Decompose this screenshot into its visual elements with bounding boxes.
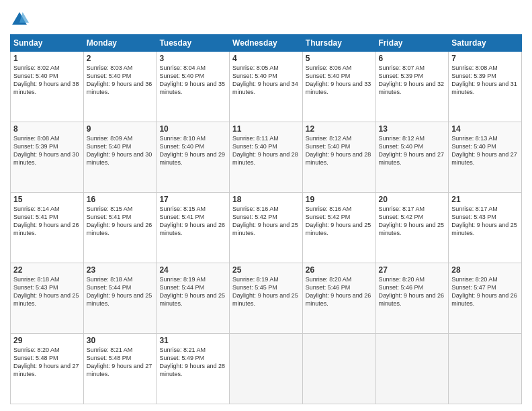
cell-details: Sunrise: 8:03 AMSunset: 5:40 PMDaylight:… — [87, 64, 154, 97]
calendar-cell: 14Sunrise: 8:13 AMSunset: 5:40 PMDayligh… — [449, 122, 522, 193]
calendar-cell: 2Sunrise: 8:03 AMSunset: 5:40 PMDaylight… — [83, 52, 157, 122]
day-number: 17 — [159, 195, 226, 204]
calendar-day-header: Tuesday — [157, 35, 230, 52]
day-number: 1 — [13, 54, 81, 63]
calendar-cell: 30Sunrise: 8:21 AMSunset: 5:48 PMDayligh… — [83, 334, 157, 404]
calendar-cell: 8Sunrise: 8:08 AMSunset: 5:39 PMDaylight… — [11, 122, 84, 193]
cell-details: Sunrise: 8:04 AMSunset: 5:40 PMDaylight:… — [159, 64, 226, 97]
calendar-table: SundayMondayTuesdayWednesdayThursdayFrid… — [10, 34, 522, 404]
calendar-day-header: Friday — [375, 35, 449, 52]
calendar-week-row: 8Sunrise: 8:08 AMSunset: 5:39 PMDaylight… — [11, 122, 522, 193]
day-number: 18 — [232, 195, 300, 204]
calendar-day-header: Wednesday — [230, 35, 303, 52]
day-number: 30 — [87, 336, 154, 345]
calendar-cell: 1Sunrise: 8:02 AMSunset: 5:40 PMDaylight… — [11, 52, 84, 122]
day-number: 11 — [232, 124, 300, 134]
day-number: 20 — [379, 195, 446, 204]
calendar-cell: 19Sunrise: 8:16 AMSunset: 5:42 PMDayligh… — [302, 193, 375, 263]
calendar-cell: 18Sunrise: 8:16 AMSunset: 5:42 PMDayligh… — [230, 193, 303, 263]
day-number: 25 — [232, 265, 300, 275]
day-number: 31 — [159, 336, 226, 345]
calendar-cell: 28Sunrise: 8:20 AMSunset: 5:47 PMDayligh… — [449, 263, 522, 334]
cell-details: Sunrise: 8:09 AMSunset: 5:40 PMDaylight:… — [87, 134, 154, 167]
calendar-week-row: 15Sunrise: 8:14 AMSunset: 5:41 PMDayligh… — [11, 193, 522, 263]
cell-details: Sunrise: 8:13 AMSunset: 5:40 PMDaylight:… — [451, 134, 519, 167]
calendar-cell: 12Sunrise: 8:12 AMSunset: 5:40 PMDayligh… — [302, 122, 375, 193]
cell-details: Sunrise: 8:17 AMSunset: 5:43 PMDaylight:… — [451, 205, 519, 238]
calendar-cell: 10Sunrise: 8:10 AMSunset: 5:40 PMDayligh… — [157, 122, 230, 193]
cell-details: Sunrise: 8:08 AMSunset: 5:39 PMDaylight:… — [451, 64, 519, 97]
calendar-cell: 13Sunrise: 8:12 AMSunset: 5:40 PMDayligh… — [375, 122, 449, 193]
cell-details: Sunrise: 8:21 AMSunset: 5:48 PMDaylight:… — [87, 346, 154, 379]
calendar-cell: 15Sunrise: 8:14 AMSunset: 5:41 PMDayligh… — [11, 193, 84, 263]
day-number: 2 — [87, 54, 154, 63]
cell-details: Sunrise: 8:17 AMSunset: 5:42 PMDaylight:… — [379, 205, 446, 238]
cell-details: Sunrise: 8:14 AMSunset: 5:41 PMDaylight:… — [13, 205, 81, 238]
page: SundayMondayTuesdayWednesdayThursdayFrid… — [0, 0, 532, 411]
day-number: 21 — [451, 195, 519, 204]
calendar-cell — [230, 334, 303, 404]
calendar-cell: 7Sunrise: 8:08 AMSunset: 5:39 PMDaylight… — [449, 52, 522, 122]
day-number: 5 — [306, 54, 373, 63]
day-number: 12 — [306, 124, 373, 134]
calendar-cell: 24Sunrise: 8:19 AMSunset: 5:44 PMDayligh… — [157, 263, 230, 334]
day-number: 19 — [306, 195, 373, 204]
cell-details: Sunrise: 8:21 AMSunset: 5:49 PMDaylight:… — [159, 346, 226, 379]
cell-details: Sunrise: 8:20 AMSunset: 5:46 PMDaylight:… — [379, 275, 446, 308]
day-number: 4 — [232, 54, 300, 63]
day-number: 29 — [13, 336, 81, 345]
cell-details: Sunrise: 8:15 AMSunset: 5:41 PMDaylight:… — [159, 205, 226, 238]
cell-details: Sunrise: 8:20 AMSunset: 5:47 PMDaylight:… — [451, 275, 519, 308]
cell-details: Sunrise: 8:07 AMSunset: 5:39 PMDaylight:… — [379, 64, 446, 97]
day-number: 7 — [451, 54, 519, 63]
cell-details: Sunrise: 8:11 AMSunset: 5:40 PMDaylight:… — [232, 134, 300, 167]
cell-details: Sunrise: 8:18 AMSunset: 5:44 PMDaylight:… — [87, 275, 154, 308]
calendar-cell: 22Sunrise: 8:18 AMSunset: 5:43 PMDayligh… — [11, 263, 84, 334]
calendar-cell: 6Sunrise: 8:07 AMSunset: 5:39 PMDaylight… — [375, 52, 449, 122]
cell-details: Sunrise: 8:20 AMSunset: 5:46 PMDaylight:… — [306, 275, 373, 308]
day-number: 22 — [13, 265, 81, 275]
day-number: 26 — [306, 265, 373, 275]
calendar-cell: 20Sunrise: 8:17 AMSunset: 5:42 PMDayligh… — [375, 193, 449, 263]
calendar-cell — [449, 334, 522, 404]
logo — [10, 10, 32, 29]
cell-details: Sunrise: 8:10 AMSunset: 5:40 PMDaylight:… — [159, 134, 226, 167]
calendar-cell: 27Sunrise: 8:20 AMSunset: 5:46 PMDayligh… — [375, 263, 449, 334]
cell-details: Sunrise: 8:12 AMSunset: 5:40 PMDaylight:… — [379, 134, 446, 167]
day-number: 8 — [13, 124, 81, 134]
cell-details: Sunrise: 8:08 AMSunset: 5:39 PMDaylight:… — [13, 134, 81, 167]
calendar-week-row: 22Sunrise: 8:18 AMSunset: 5:43 PMDayligh… — [11, 263, 522, 334]
cell-details: Sunrise: 8:19 AMSunset: 5:45 PMDaylight:… — [232, 275, 300, 308]
day-number: 16 — [87, 195, 154, 204]
day-number: 24 — [159, 265, 226, 275]
calendar-cell — [375, 334, 449, 404]
header — [10, 10, 522, 29]
day-number: 27 — [379, 265, 446, 275]
calendar-cell: 17Sunrise: 8:15 AMSunset: 5:41 PMDayligh… — [157, 193, 230, 263]
calendar-cell: 29Sunrise: 8:20 AMSunset: 5:48 PMDayligh… — [11, 334, 84, 404]
calendar-day-header: Sunday — [11, 35, 84, 52]
day-number: 15 — [13, 195, 81, 204]
calendar-cell: 25Sunrise: 8:19 AMSunset: 5:45 PMDayligh… — [230, 263, 303, 334]
logo-icon — [10, 10, 29, 29]
calendar-cell: 21Sunrise: 8:17 AMSunset: 5:43 PMDayligh… — [449, 193, 522, 263]
day-number: 3 — [159, 54, 226, 63]
calendar-cell: 3Sunrise: 8:04 AMSunset: 5:40 PMDaylight… — [157, 52, 230, 122]
cell-details: Sunrise: 8:15 AMSunset: 5:41 PMDaylight:… — [87, 205, 154, 238]
day-number: 9 — [87, 124, 154, 134]
calendar-cell: 16Sunrise: 8:15 AMSunset: 5:41 PMDayligh… — [83, 193, 157, 263]
cell-details: Sunrise: 8:02 AMSunset: 5:40 PMDaylight:… — [13, 64, 81, 97]
cell-details: Sunrise: 8:16 AMSunset: 5:42 PMDaylight:… — [232, 205, 300, 238]
cell-details: Sunrise: 8:16 AMSunset: 5:42 PMDaylight:… — [306, 205, 373, 238]
cell-details: Sunrise: 8:19 AMSunset: 5:44 PMDaylight:… — [159, 275, 226, 308]
calendar-cell: 4Sunrise: 8:05 AMSunset: 5:40 PMDaylight… — [230, 52, 303, 122]
calendar-week-row: 1Sunrise: 8:02 AMSunset: 5:40 PMDaylight… — [11, 52, 522, 122]
calendar-day-header: Saturday — [449, 35, 522, 52]
calendar-cell: 11Sunrise: 8:11 AMSunset: 5:40 PMDayligh… — [230, 122, 303, 193]
cell-details: Sunrise: 8:05 AMSunset: 5:40 PMDaylight:… — [232, 64, 300, 97]
calendar-header-row: SundayMondayTuesdayWednesdayThursdayFrid… — [11, 35, 522, 52]
cell-details: Sunrise: 8:18 AMSunset: 5:43 PMDaylight:… — [13, 275, 81, 308]
day-number: 14 — [451, 124, 519, 134]
day-number: 10 — [159, 124, 226, 134]
calendar-day-header: Monday — [83, 35, 157, 52]
